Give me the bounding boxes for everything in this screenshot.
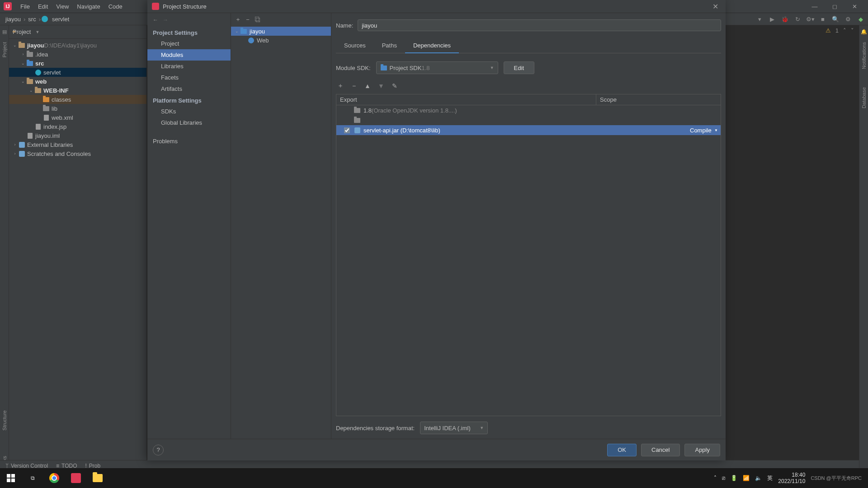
breadcrumb-mid[interactable]: src bbox=[26, 16, 38, 23]
tree-row[interactable]: jiayou.iml bbox=[9, 131, 146, 140]
add-dependency-button[interactable]: ＋ bbox=[336, 81, 345, 90]
tray-ime[interactable]: 英 bbox=[767, 474, 773, 482]
nav-item-libraries[interactable]: Libraries bbox=[147, 61, 231, 72]
menu-code[interactable]: Code bbox=[104, 3, 127, 10]
nav-forward-button[interactable]: → bbox=[163, 17, 168, 23]
tray-battery-icon[interactable]: 🔋 bbox=[731, 475, 737, 481]
tab-sources[interactable]: Sources bbox=[336, 38, 374, 53]
project-pane-header[interactable]: Project ▼ bbox=[9, 25, 146, 39]
menu-file[interactable]: File bbox=[16, 3, 34, 10]
edit-dependency-button[interactable]: ✎ bbox=[390, 81, 399, 90]
nav-item-facets[interactable]: Facets bbox=[147, 72, 231, 83]
folder-icon bbox=[26, 78, 33, 85]
remove-module-button[interactable]: − bbox=[243, 14, 253, 24]
nav-back-button[interactable]: ← bbox=[153, 17, 158, 23]
start-button[interactable] bbox=[0, 468, 22, 488]
menu-view[interactable]: View bbox=[52, 3, 73, 10]
tray-volume-icon[interactable]: 🔈 bbox=[755, 475, 762, 481]
bell-icon[interactable]: 🔔 bbox=[861, 29, 867, 35]
module-tree-item[interactable]: ⌄ jiayou bbox=[231, 27, 331, 36]
taskbar-idea[interactable] bbox=[65, 468, 87, 488]
tab-dependencies[interactable]: Dependencies bbox=[405, 38, 459, 53]
tree-label: index.jsp bbox=[43, 123, 66, 130]
chevron-down-icon[interactable]: ˅ bbox=[851, 27, 854, 34]
tree-row[interactable]: ⌄jiayou D:\IDEA\day1\jiayou bbox=[9, 41, 146, 50]
tree-row[interactable]: index.jsp bbox=[9, 122, 146, 131]
menu-navigate[interactable]: Navigate bbox=[73, 3, 104, 10]
taskview-icon[interactable]: ⧉ bbox=[22, 468, 43, 488]
remove-dependency-button[interactable]: − bbox=[349, 81, 359, 90]
gutter-notifications[interactable]: Notifications bbox=[861, 42, 867, 69]
tray-wifi-icon[interactable]: 📶 bbox=[743, 475, 750, 481]
tab-paths[interactable]: Paths bbox=[374, 38, 405, 53]
folder-icon[interactable]: ▤ bbox=[2, 29, 7, 35]
gutter-structure[interactable]: Structure bbox=[2, 410, 7, 431]
stop-icon[interactable]: ■ bbox=[819, 15, 826, 23]
taskbar-chrome[interactable] bbox=[43, 468, 65, 488]
taskbar-explorer[interactable] bbox=[87, 468, 108, 488]
expand-icon: › bbox=[20, 52, 26, 56]
add-module-button[interactable]: ＋ bbox=[233, 14, 243, 24]
tree-row[interactable]: ⌄web bbox=[9, 77, 146, 86]
module-tree-pane: ＋ − ⿻ ⌄ jiayou Web bbox=[231, 13, 331, 439]
breadcrumb-root[interactable]: jiayou bbox=[4, 16, 23, 23]
module-tree-item[interactable]: Web bbox=[231, 36, 331, 45]
caret-down-icon[interactable]: ▾ bbox=[756, 15, 763, 23]
tree-row[interactable]: ›.idea bbox=[9, 50, 146, 59]
menu-edit[interactable]: Edit bbox=[34, 3, 52, 10]
coverage-icon[interactable]: ↻ bbox=[794, 15, 801, 23]
tree-row[interactable]: ›External Libraries bbox=[9, 140, 146, 149]
folder grey-icon bbox=[42, 105, 50, 112]
tree-row[interactable]: servlet bbox=[9, 68, 146, 77]
copy-module-button[interactable]: ⿻ bbox=[253, 14, 263, 24]
dependency-row[interactable] bbox=[336, 115, 721, 125]
tree-row[interactable]: ›Scratches and Consoles bbox=[9, 149, 146, 158]
dialog-close-button[interactable]: ✕ bbox=[710, 2, 721, 11]
ok-button[interactable]: OK bbox=[607, 444, 637, 456]
breadcrumb-leaf[interactable]: servlet bbox=[50, 16, 71, 23]
app-logo-icon: IJ bbox=[4, 2, 12, 10]
dependency-row[interactable]: servlet-api.jar (D:\tomcat8\lib)Compile … bbox=[336, 125, 721, 135]
tray-icon[interactable]: ⎚ bbox=[722, 475, 725, 481]
scope-combo[interactable]: Compile ▼ bbox=[690, 127, 721, 134]
module-name-input[interactable] bbox=[358, 19, 721, 31]
tray-chevron[interactable]: ˄ bbox=[714, 475, 717, 481]
window-minimize[interactable]: — bbox=[805, 0, 825, 13]
window-close[interactable]: ✕ bbox=[844, 0, 864, 13]
move-up-button[interactable]: ▲ bbox=[363, 81, 372, 90]
nav-problems[interactable]: Problems bbox=[147, 136, 231, 147]
help-button[interactable]: ? bbox=[153, 445, 164, 455]
dependency-row[interactable]: 1.8 (Oracle OpenJDK version 1.8....) bbox=[336, 105, 721, 115]
sync-icon[interactable]: ◆ bbox=[857, 15, 864, 23]
dep-label: 1.8 bbox=[363, 107, 372, 114]
apply-button[interactable]: Apply bbox=[684, 444, 720, 456]
tree-row[interactable]: ⌄src bbox=[9, 59, 146, 68]
tree-row[interactable]: lib bbox=[9, 104, 146, 113]
storage-format-combo[interactable]: IntelliJ IDEA (.iml) ▼ bbox=[420, 422, 488, 434]
edit-sdk-button[interactable]: Edit bbox=[504, 61, 534, 74]
gutter-project[interactable]: Project bbox=[2, 42, 7, 57]
left-gutter: ▤ Project Structure Bookmarks bbox=[0, 25, 9, 488]
chevron-up-icon[interactable]: ˄ bbox=[843, 27, 846, 34]
gutter-database[interactable]: Database bbox=[861, 87, 867, 108]
nav-item-modules[interactable]: Modules bbox=[147, 49, 231, 61]
profiler-icon[interactable]: ⚙▾ bbox=[807, 15, 814, 23]
export-checkbox[interactable] bbox=[344, 127, 350, 133]
cancel-button[interactable]: Cancel bbox=[641, 444, 680, 456]
expand-icon: › bbox=[12, 142, 18, 147]
search-icon[interactable]: 🔍 bbox=[832, 15, 839, 23]
tree-row[interactable]: web.xml bbox=[9, 113, 146, 122]
tree-row[interactable]: ⌄WEB-INF bbox=[9, 86, 146, 95]
settings-icon[interactable]: ⚙ bbox=[844, 15, 852, 23]
tree-row[interactable]: classes bbox=[9, 95, 146, 104]
nav-item-sdks[interactable]: SDKs bbox=[147, 106, 231, 117]
nav-item-artifacts[interactable]: Artifacts bbox=[147, 83, 231, 94]
debug-icon[interactable]: 🐞 bbox=[781, 15, 788, 23]
tray-clock[interactable]: 18:40 2022/11/10 bbox=[778, 472, 805, 485]
window-maximize[interactable]: ◻ bbox=[825, 0, 844, 13]
move-down-button[interactable]: ▼ bbox=[377, 81, 386, 90]
run-icon[interactable]: ▶ bbox=[769, 15, 776, 23]
module-sdk-combo[interactable]: Project SDK 1.8 ▼ bbox=[376, 61, 498, 74]
nav-item-project[interactable]: Project bbox=[147, 38, 231, 49]
nav-item-global-libraries[interactable]: Global Libraries bbox=[147, 117, 231, 128]
